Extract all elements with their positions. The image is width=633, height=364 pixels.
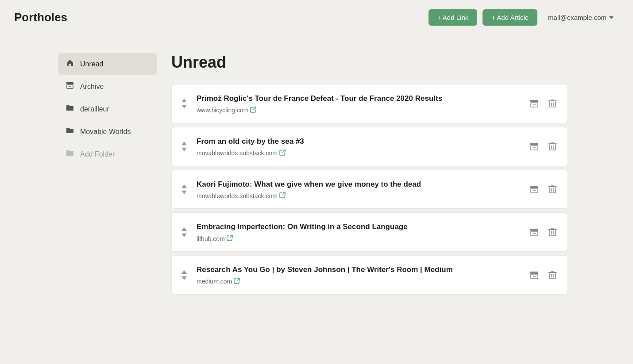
- table-row: From an old city by the sea #3 movablewo…: [171, 127, 568, 166]
- external-link-icon[interactable]: [227, 235, 233, 242]
- archive-button[interactable]: [528, 268, 541, 282]
- article-url: www.bicycling.com: [197, 107, 521, 114]
- archive-button[interactable]: [528, 140, 541, 153]
- url-text: medium.com: [197, 278, 232, 285]
- article-info: Embracing Imperfection: On Writing in a …: [197, 222, 521, 242]
- svg-rect-0: [66, 82, 73, 84]
- drag-up-icon: [181, 227, 187, 231]
- delete-button[interactable]: [546, 226, 559, 239]
- svg-rect-18: [530, 186, 538, 188]
- article-title: Kaori Fujimoto: What we give when we giv…: [197, 179, 521, 190]
- user-menu[interactable]: mail@example.com: [543, 10, 619, 25]
- article-actions: [528, 183, 559, 196]
- table-row: Primož Roglic's Tour de France Defeat - …: [171, 84, 568, 123]
- svg-rect-11: [530, 143, 538, 145]
- article-actions: [528, 140, 559, 153]
- article-url: movableworlds.substack.com: [197, 192, 521, 199]
- svg-rect-28: [549, 230, 556, 236]
- url-text: lithub.com: [197, 235, 225, 242]
- svg-rect-14: [549, 144, 556, 150]
- svg-rect-4: [530, 100, 538, 102]
- drag-up-icon: [181, 184, 187, 188]
- url-text: movableworlds.substack.com: [197, 192, 278, 199]
- drag-up-icon: [181, 270, 187, 274]
- drag-down-icon: [181, 191, 187, 194]
- delete-button[interactable]: [546, 140, 559, 153]
- svg-line-3: [254, 107, 256, 110]
- sidebar-item-derailleur[interactable]: derailleur: [58, 98, 157, 120]
- drag-down-icon: [181, 234, 187, 237]
- sidebar-item-unread[interactable]: Unread: [58, 53, 157, 75]
- sidebar-item-label: Movable Worlds: [80, 128, 131, 136]
- delete-button[interactable]: [546, 268, 559, 282]
- drag-handle[interactable]: [179, 270, 189, 280]
- archive-button[interactable]: [528, 226, 541, 239]
- drag-down-icon: [181, 105, 187, 108]
- article-info: Primož Roglic's Tour de France Defeat - …: [197, 93, 521, 114]
- app-header: Portholes + Add Link + Add Article mail@…: [0, 0, 633, 35]
- external-link-icon[interactable]: [279, 192, 286, 199]
- chevron-down-icon: [609, 16, 614, 19]
- article-actions: [528, 226, 559, 239]
- main-layout: Unread Archive derailleur: [51, 35, 582, 295]
- main-content: Unread Primož Roglic's Tour de France De…: [157, 53, 582, 295]
- user-email: mail@example.com: [548, 14, 606, 21]
- article-url: medium.com: [197, 278, 521, 285]
- article-title: Research As You Go | by Steven Johnson |…: [197, 264, 521, 275]
- svg-rect-25: [530, 229, 538, 231]
- url-text: www.bicycling.com: [197, 107, 248, 114]
- sidebar-item-label: derailleur: [80, 105, 109, 113]
- table-row: Kaori Fujimoto: What we give when we giv…: [171, 170, 568, 209]
- header-actions: + Add Link + Add Article mail@example.co…: [428, 9, 619, 26]
- external-link-icon[interactable]: [234, 278, 240, 285]
- app-logo: Portholes: [14, 11, 67, 24]
- add-link-button[interactable]: + Add Link: [428, 9, 477, 26]
- svg-line-31: [237, 278, 240, 281]
- external-link-icon[interactable]: [279, 149, 286, 157]
- svg-rect-35: [549, 272, 556, 279]
- folder-icon: [65, 126, 75, 137]
- drag-handle[interactable]: [179, 227, 189, 237]
- article-title: Embracing Imperfection: On Writing in a …: [197, 222, 521, 232]
- folder-add-icon: [65, 149, 75, 160]
- drag-down-icon: [181, 276, 187, 280]
- svg-line-24: [230, 235, 232, 238]
- svg-line-10: [282, 150, 285, 153]
- svg-rect-32: [530, 272, 538, 274]
- drag-up-icon: [181, 142, 187, 145]
- delete-button[interactable]: [546, 183, 559, 196]
- drag-down-icon: [181, 148, 187, 151]
- article-actions: [528, 268, 559, 282]
- archive-button[interactable]: [528, 183, 541, 196]
- article-info: Research As You Go | by Steven Johnson |…: [197, 264, 521, 285]
- archive-button[interactable]: [528, 97, 541, 110]
- page-title: Unread: [171, 53, 568, 72]
- article-url: lithub.com: [197, 235, 521, 242]
- sidebar-item-movable-worlds[interactable]: Movable Worlds: [58, 121, 157, 142]
- sidebar-item-label: Unread: [80, 60, 103, 68]
- add-article-button[interactable]: + Add Article: [482, 9, 537, 26]
- sidebar: Unread Archive derailleur: [51, 53, 157, 295]
- external-link-icon[interactable]: [250, 107, 256, 114]
- delete-button[interactable]: [546, 97, 559, 110]
- sidebar-item-archive[interactable]: Archive: [58, 76, 157, 97]
- url-text: movableworlds.substack.com: [197, 149, 278, 157]
- sidebar-item-label: Add Folder: [80, 150, 115, 158]
- archive-icon: [65, 81, 75, 92]
- drag-handle[interactable]: [179, 99, 189, 108]
- article-title: Primož Roglic's Tour de France Defeat - …: [197, 93, 521, 104]
- home-icon: [65, 58, 75, 69]
- svg-rect-21: [549, 187, 556, 193]
- table-row: Embracing Imperfection: On Writing in a …: [171, 212, 568, 252]
- svg-line-17: [282, 192, 285, 195]
- drag-handle[interactable]: [179, 142, 189, 151]
- article-title: From an old city by the sea #3: [197, 136, 521, 147]
- article-actions: [528, 97, 559, 110]
- table-row: Research As You Go | by Steven Johnson |…: [171, 255, 568, 295]
- drag-handle[interactable]: [179, 184, 189, 194]
- article-list: Primož Roglic's Tour de France Defeat - …: [171, 84, 568, 295]
- sidebar-item-add-folder[interactable]: Add Folder: [58, 143, 157, 165]
- article-info: Kaori Fujimoto: What we give when we giv…: [197, 179, 521, 200]
- article-url: movableworlds.substack.com: [197, 149, 521, 157]
- svg-rect-7: [549, 101, 556, 107]
